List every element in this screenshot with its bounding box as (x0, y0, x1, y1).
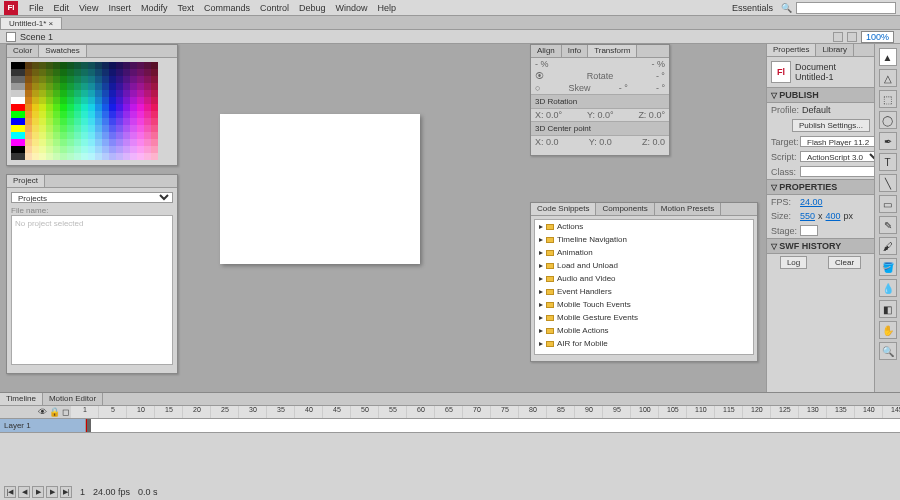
tab-info[interactable]: Info (562, 45, 588, 57)
code-folder[interactable]: ▸ AIR (535, 350, 753, 355)
tab-project[interactable]: Project (7, 175, 45, 187)
tab-align[interactable]: Align (531, 45, 562, 57)
eye-icon[interactable]: 👁 (38, 407, 47, 417)
menubar: Fl File Edit View Insert Modify Text Com… (0, 0, 900, 16)
stage-canvas[interactable] (220, 114, 420, 264)
current-frame[interactable]: 1 (80, 487, 85, 497)
publish-header[interactable]: ▽ PUBLISH (767, 87, 874, 103)
menu-insert[interactable]: Insert (103, 3, 136, 13)
skew-h[interactable]: - ° (619, 83, 628, 93)
rot3d-y[interactable]: Y: 0.0° (587, 110, 614, 120)
free-transform-tool[interactable]: ⬚ (879, 90, 897, 108)
log-button[interactable]: Log (780, 256, 807, 269)
code-folder[interactable]: ▸ Mobile Touch Events (535, 298, 753, 311)
prev-frame-button[interactable]: ◀ (18, 486, 30, 498)
selection-tool[interactable]: ▲ (879, 48, 897, 66)
eyedropper-tool[interactable]: 💧 (879, 279, 897, 297)
menu-text[interactable]: Text (172, 3, 199, 13)
clear-button[interactable]: Clear (828, 256, 861, 269)
size-h[interactable]: 400 (826, 211, 841, 221)
last-frame-button[interactable]: ▶| (60, 486, 72, 498)
brush-tool[interactable]: 🖌 (879, 237, 897, 255)
timeline-frames[interactable] (86, 419, 900, 432)
document-tab[interactable]: Untitled-1* × (0, 17, 62, 29)
playhead[interactable] (86, 419, 87, 432)
rectangle-tool[interactable]: ▭ (879, 195, 897, 213)
tab-components[interactable]: Components (596, 203, 654, 215)
code-folder[interactable]: ▸ Load and Unload (535, 259, 753, 272)
rot3d-x[interactable]: X: 0.0° (535, 110, 562, 120)
code-folder[interactable]: ▸ Mobile Gesture Events (535, 311, 753, 324)
cp3d-x[interactable]: X: 0.0 (535, 137, 559, 147)
project-dropdown[interactable]: Projects (11, 192, 173, 203)
subselection-tool[interactable]: △ (879, 69, 897, 87)
menu-view[interactable]: View (74, 3, 103, 13)
code-folder[interactable]: ▸ Actions (535, 220, 753, 233)
history-header[interactable]: ▽ SWF HISTORY (767, 238, 874, 254)
code-folder[interactable]: ▸ Mobile Actions (535, 324, 753, 337)
eraser-tool[interactable]: ◧ (879, 300, 897, 318)
next-frame-button[interactable]: ▶ (46, 486, 58, 498)
tab-motion-editor[interactable]: Motion Editor (43, 393, 103, 405)
rot3d-z[interactable]: Z: 0.0° (638, 110, 665, 120)
rotate-value[interactable]: - ° (656, 71, 665, 81)
edit-symbol-icon[interactable] (847, 32, 857, 42)
menu-window[interactable]: Window (331, 3, 373, 13)
publish-settings-button[interactable]: Publish Settings... (792, 119, 870, 132)
code-tree[interactable]: ▸ Actions▸ Timeline Navigation▸ Animatio… (534, 219, 754, 355)
skew-v[interactable]: - ° (656, 83, 665, 93)
pencil-tool[interactable]: ✎ (879, 216, 897, 234)
menu-control[interactable]: Control (255, 3, 294, 13)
code-folder[interactable]: ▸ AIR for Mobile (535, 337, 753, 350)
line-tool[interactable]: ╲ (879, 174, 897, 192)
zoom-tool[interactable]: 🔍 (879, 342, 897, 360)
code-folder[interactable]: ▸ Event Handlers (535, 285, 753, 298)
code-folder[interactable]: ▸ Audio and Video (535, 272, 753, 285)
first-frame-button[interactable]: |◀ (4, 486, 16, 498)
scene-bar: Scene 1 100% (0, 30, 900, 44)
filename-label: File name: (11, 206, 173, 215)
script-select[interactable]: ActionScript 3.0 (800, 151, 883, 162)
lasso-tool[interactable]: ◯ (879, 111, 897, 129)
code-folder[interactable]: ▸ Animation (535, 246, 753, 259)
size-w[interactable]: 550 (800, 211, 815, 221)
tf-height[interactable]: - % (652, 59, 666, 69)
edit-scene-icon[interactable] (833, 32, 843, 42)
tab-motion-presets[interactable]: Motion Presets (655, 203, 721, 215)
code-snippets-panel: Code Snippets Components Motion Presets … (530, 202, 758, 362)
cp3d-z[interactable]: Z: 0.0 (642, 137, 665, 147)
fps-value[interactable]: 24.00 (800, 197, 823, 207)
tab-properties[interactable]: Properties (767, 44, 816, 56)
timeline-ruler[interactable]: 1510152025303540455055606570758085909510… (71, 406, 900, 419)
tab-library[interactable]: Library (816, 44, 853, 56)
tab-transform[interactable]: Transform (588, 45, 637, 57)
lock-icon[interactable]: 🔒 (49, 407, 60, 417)
outline-icon[interactable]: ◻ (62, 407, 69, 417)
tab-code-snippets[interactable]: Code Snippets (531, 203, 596, 215)
menu-debug[interactable]: Debug (294, 3, 331, 13)
tf-width[interactable]: - % (535, 59, 549, 69)
tab-swatches[interactable]: Swatches (39, 45, 87, 57)
code-folder[interactable]: ▸ Timeline Navigation (535, 233, 753, 246)
cp3d-y[interactable]: Y: 0.0 (589, 137, 612, 147)
menu-modify[interactable]: Modify (136, 3, 173, 13)
timeline-fps[interactable]: 24.00 fps (93, 487, 130, 497)
menu-help[interactable]: Help (373, 3, 402, 13)
hand-tool[interactable]: ✋ (879, 321, 897, 339)
layer-name[interactable]: Layer 1 (0, 419, 86, 432)
zoom-input[interactable]: 100% (861, 31, 894, 43)
search-input[interactable] (796, 2, 896, 14)
tab-color[interactable]: Color (7, 45, 39, 57)
paint-bucket-tool[interactable]: 🪣 (879, 258, 897, 276)
play-button[interactable]: ▶ (32, 486, 44, 498)
workspace-selector[interactable]: Essentials (728, 3, 777, 13)
swatches-grid[interactable] (11, 62, 173, 160)
text-tool[interactable]: T (879, 153, 897, 171)
pen-tool[interactable]: ✒ (879, 132, 897, 150)
menu-edit[interactable]: Edit (49, 3, 75, 13)
tab-timeline[interactable]: Timeline (0, 393, 43, 405)
properties-header[interactable]: ▽ PROPERTIES (767, 179, 874, 195)
menu-file[interactable]: File (24, 3, 49, 13)
stage-color[interactable] (800, 225, 818, 236)
menu-commands[interactable]: Commands (199, 3, 255, 13)
